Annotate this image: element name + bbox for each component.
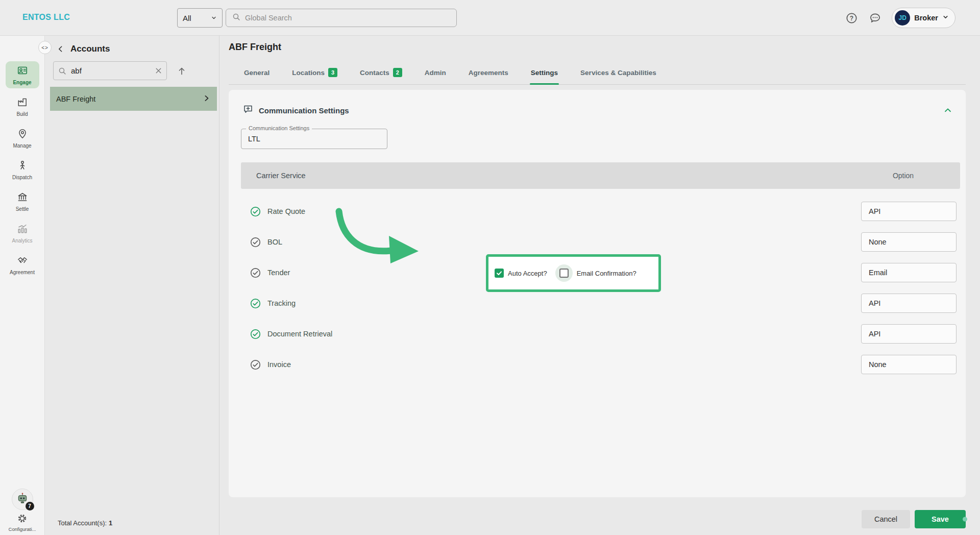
table-row: BOL None	[229, 227, 966, 257]
total-accounts-count: 1	[109, 519, 112, 527]
sidebar-item-label: Manage	[13, 143, 31, 149]
column-option: Option	[855, 172, 951, 180]
sidebar-item-settle[interactable]: Settle	[6, 188, 39, 215]
settings-card: Communication Settings Communication Set…	[229, 90, 966, 497]
contacts-count-badge: 2	[393, 68, 402, 77]
tab-bar: General Locations3 Contacts2 Admin Agree…	[229, 62, 966, 85]
brand-logo: ENTOS LLC	[22, 13, 70, 22]
sidebar-item-label: Dispatch	[12, 175, 32, 180]
global-search	[226, 9, 457, 27]
tab-agreements[interactable]: Agreements	[468, 62, 509, 84]
tab-admin[interactable]: Admin	[424, 62, 447, 84]
option-select[interactable]: None	[861, 232, 957, 252]
engage-icon	[17, 65, 28, 78]
collapse-section-chevron-icon[interactable]	[943, 106, 952, 115]
configuration-label: Configurati...	[9, 526, 36, 532]
dispatch-icon	[17, 160, 28, 173]
gear-icon[interactable]	[16, 512, 29, 525]
option-select[interactable]: API	[861, 324, 957, 344]
service-name: BOL	[267, 238, 861, 246]
analytics-icon	[17, 223, 28, 236]
search-scope-value: All	[183, 14, 191, 22]
manage-icon	[17, 128, 28, 141]
account-list-item[interactable]: ABF Freight	[50, 87, 217, 111]
panel-collapse-toggle[interactable]: <>	[38, 41, 52, 54]
tab-settings[interactable]: Settings	[530, 62, 559, 84]
back-chevron-icon[interactable]	[56, 44, 65, 54]
accounts-search	[53, 61, 167, 80]
auto-accept-checkbox[interactable]	[495, 269, 504, 278]
sidebar-item-dispatch[interactable]: Dispatch	[6, 156, 39, 183]
check-circle-icon	[250, 206, 261, 217]
assistant-button[interactable]: 7	[12, 489, 33, 510]
user-menu[interactable]: JD Broker	[892, 8, 955, 28]
topbar-right-cluster: ? JD Broker	[845, 0, 955, 36]
chevron-right-icon	[202, 94, 211, 104]
communication-settings-field[interactable]: Communication Settings LTL	[241, 129, 387, 149]
service-name: Invoice	[267, 360, 861, 369]
auto-accept-label: Auto Accept?	[508, 270, 547, 277]
tab-locations[interactable]: Locations3	[291, 62, 338, 84]
beacon-dot	[963, 517, 967, 522]
section-header: Communication Settings	[229, 90, 966, 116]
search-icon	[232, 13, 240, 23]
sidebar-item-label: Agreement	[10, 270, 35, 275]
table-row: Document Retrieval API	[229, 319, 966, 349]
sidebar-item-agreement[interactable]: Agreement	[6, 251, 39, 278]
option-select[interactable]: API	[861, 202, 957, 221]
settle-icon	[17, 191, 28, 205]
sidebar-item-engage[interactable]: Engage	[6, 61, 39, 88]
chevron-down-icon	[211, 14, 217, 22]
field-value: LTL	[241, 129, 387, 149]
account-name: ABF Freight	[56, 95, 95, 103]
accounts-footer: Total Account(s):1	[58, 519, 112, 527]
table-row: Tracking API	[229, 288, 966, 319]
chat-button[interactable]	[868, 11, 881, 25]
rail-bottom-cluster: 7 Configurati...	[0, 489, 44, 532]
help-button[interactable]: ?	[845, 11, 858, 25]
global-search-input[interactable]	[245, 14, 450, 22]
accounts-header: Accounts	[45, 36, 219, 54]
option-select[interactable]: API	[861, 294, 957, 313]
sidebar-item-manage[interactable]: Manage	[6, 125, 39, 152]
tab-contacts[interactable]: Contacts2	[359, 62, 403, 84]
total-accounts-label: Total Account(s):	[58, 519, 107, 527]
sidebar-item-label: Build	[16, 111, 28, 117]
table-row: Rate Quote API	[229, 196, 966, 227]
section-title: Communication Settings	[259, 106, 349, 115]
top-bar: ENTOS LLC All ? JD Broker	[0, 0, 980, 36]
search-scope-select[interactable]: All	[177, 8, 223, 28]
avatar: JD	[895, 10, 910, 26]
check-circle-icon	[250, 237, 261, 248]
assistant-badge: 7	[26, 502, 34, 510]
sidebar-item-analytics[interactable]: Analytics	[6, 220, 39, 247]
search-icon	[58, 67, 66, 77]
tab-services-capabilities[interactable]: Services & Capabilities	[579, 62, 657, 84]
clear-search-icon[interactable]	[154, 66, 163, 77]
accounts-title: Accounts	[70, 44, 110, 54]
main-content: ABF Freight General Locations3 Contacts2…	[219, 36, 980, 535]
sidebar-item-label: Analytics	[12, 238, 32, 244]
sidebar-item-label: Engage	[13, 80, 31, 85]
accounts-search-input[interactable]	[71, 62, 151, 80]
save-button[interactable]: Save	[915, 510, 966, 528]
user-role-label: Broker	[914, 14, 938, 22]
comment-plus-icon	[243, 104, 253, 116]
email-confirmation-checkbox[interactable]	[559, 269, 569, 278]
cancel-button[interactable]: Cancel	[862, 510, 910, 528]
check-circle-icon	[250, 298, 261, 309]
field-label: Communication Settings	[246, 125, 312, 131]
accounts-search-row	[53, 61, 189, 80]
table-header: Carrier Service Option	[241, 162, 960, 189]
export-up-arrow-icon[interactable]	[174, 63, 189, 79]
option-select[interactable]: Email	[861, 263, 957, 282]
tab-general[interactable]: General	[243, 62, 271, 84]
option-select[interactable]: None	[861, 355, 957, 374]
form-actions: Cancel Save	[862, 510, 966, 528]
agreement-icon	[17, 255, 28, 268]
check-circle-icon	[250, 359, 261, 370]
app-root: ENTOS LLC All ? JD Broker	[0, 0, 980, 535]
sidebar-item-build[interactable]: Build	[6, 93, 39, 120]
chevron-down-icon	[942, 13, 949, 22]
sidebar-item-label: Settle	[16, 206, 29, 212]
